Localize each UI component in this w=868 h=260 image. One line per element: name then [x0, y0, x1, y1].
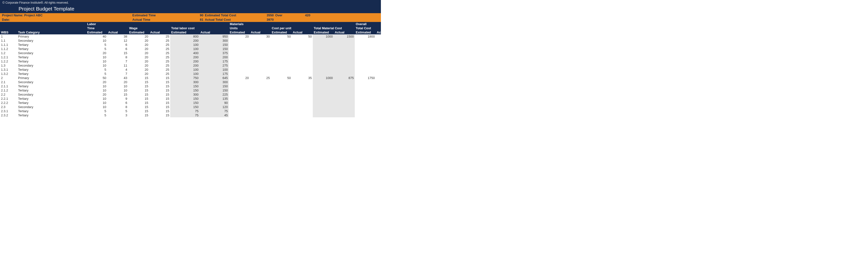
hdr-tlc-est: Estimated	[170, 30, 199, 34]
cell-unitsAct: 25	[250, 76, 271, 80]
cell-cpuAct	[292, 113, 313, 117]
over-value: 420	[301, 13, 310, 18]
cell-totAct: 2450	[376, 34, 381, 38]
cell-unitsEst	[229, 113, 250, 117]
cell-tmcEst	[313, 101, 334, 105]
hdr-tot-act: Actual	[376, 30, 381, 34]
table-row: 1.2Secondary20152025400375	[0, 51, 381, 55]
hdr-task: Task Category	[17, 30, 86, 34]
cell-wageAct: 25	[149, 43, 170, 47]
cell-tmcAct: 1500	[334, 34, 355, 38]
hdr-units: Units	[229, 26, 271, 30]
cell-totAct	[376, 105, 381, 109]
table-row: 2Primary50431515750645202550351000875175…	[0, 76, 381, 80]
cell-wageAct: 25	[149, 72, 170, 76]
cell-tlcAct: 100	[199, 68, 229, 72]
cell-tmcEst	[313, 109, 334, 113]
cell-totAct	[376, 84, 381, 88]
cell-wbs: 1.1	[0, 38, 17, 43]
cell-totEst: 1750	[355, 76, 376, 80]
cell-tlcEst: 100	[170, 47, 199, 51]
hdr-time: Time	[86, 26, 128, 30]
cell-timeAct: 12	[107, 38, 128, 43]
cell-cpuAct	[292, 47, 313, 51]
cell-tlcAct: 200	[199, 55, 229, 59]
cell-wageEst: 20	[128, 38, 149, 43]
cell-tmcEst	[313, 84, 334, 88]
est-time-label: Estimated Time	[132, 13, 197, 18]
cell-tmcAct	[334, 88, 355, 92]
cell-task: Secondary	[17, 92, 86, 97]
cell-cpuAct	[292, 72, 313, 76]
table-row: 2.2Secondary20151515300225	[0, 92, 381, 97]
cell-tlcEst: 750	[170, 76, 199, 80]
cell-unitsEst	[229, 51, 250, 55]
cell-wbs: 2.1	[0, 80, 17, 84]
hdr-units-est: Estimated	[229, 30, 250, 34]
cell-task: Tertiary	[17, 59, 86, 63]
cell-unitsEst	[229, 47, 250, 51]
cell-timeAct: 6	[107, 47, 128, 51]
cell-totEst	[355, 105, 376, 109]
cell-timeEst: 5	[86, 43, 107, 47]
cell-timeAct: 7	[107, 72, 128, 76]
cell-timeEst: 5	[86, 109, 107, 113]
cell-task: Secondary	[17, 63, 86, 68]
table-row: 1Primary40382025800950203050501000150018…	[0, 34, 381, 38]
cell-unitsEst	[229, 43, 250, 47]
cell-tmcAct	[334, 47, 355, 51]
cell-wageEst: 15	[128, 113, 149, 117]
cell-tmcEst	[313, 92, 334, 97]
cell-wageEst: 15	[128, 105, 149, 109]
table-row: 2.3Secondary1081515150120	[0, 105, 381, 109]
cell-unitsAct	[250, 84, 271, 88]
cell-wbs: 1.2	[0, 51, 17, 55]
cell-task: Secondary	[17, 38, 86, 43]
cell-unitsAct	[250, 38, 271, 43]
table-row: 1.1Secondary10122025200300	[0, 38, 381, 43]
cell-cpuEst	[271, 84, 292, 88]
cell-unitsAct	[250, 43, 271, 47]
cell-cpuEst	[271, 92, 292, 97]
cell-cpuAct: 50	[292, 34, 313, 38]
cell-totEst	[355, 38, 376, 43]
cell-timeEst: 5	[86, 113, 107, 117]
cell-totEst	[355, 88, 376, 92]
cell-totEst	[355, 101, 376, 105]
cell-tlcAct: 120	[199, 105, 229, 109]
hdr-time-est: Estimated	[86, 30, 107, 34]
cell-tmcAct	[334, 38, 355, 43]
cell-tlcAct: 645	[199, 76, 229, 80]
cell-wageAct: 15	[149, 101, 170, 105]
cell-cpuEst	[271, 109, 292, 113]
cell-wageAct: 25	[149, 59, 170, 63]
cell-wbs: 1.1.1	[0, 43, 17, 47]
cell-totEst	[355, 59, 376, 63]
cell-tmcAct	[334, 59, 355, 63]
est-total-cost-label: Estimated Total Cost	[205, 13, 263, 18]
cell-timeEst: 50	[86, 76, 107, 80]
cell-tlcAct: 150	[199, 84, 229, 88]
cell-wageEst: 15	[128, 109, 149, 113]
cell-tlcEst: 400	[170, 51, 199, 55]
cell-cpuEst	[271, 63, 292, 68]
hdr-cpu: Cost per unit	[271, 26, 313, 30]
cell-tlcAct: 175	[199, 72, 229, 76]
cell-cpuEst	[271, 55, 292, 59]
cell-tmcAct	[334, 92, 355, 97]
cell-wageEst: 15	[128, 101, 149, 105]
cell-unitsEst	[229, 84, 250, 88]
cell-timeAct: 10	[107, 84, 128, 88]
cell-tmcEst	[313, 105, 334, 109]
cell-task: Tertiary	[17, 109, 86, 113]
summary-block: Project Name: Project ABC Estimated Time…	[0, 13, 381, 22]
table-row: 2.2.1Tertiary1091515150135	[0, 97, 381, 101]
table-row: 1.2.1Tertiary1082025200200	[0, 55, 381, 59]
cell-wbs: 2.2.2	[0, 101, 17, 105]
cell-totAct: 1520	[376, 76, 381, 80]
cell-totAct	[376, 109, 381, 113]
cell-task: Tertiary	[17, 72, 86, 76]
cell-timeAct: 20	[107, 80, 128, 84]
cell-wbs: 2.2.1	[0, 97, 17, 101]
cell-cpuEst	[271, 80, 292, 84]
